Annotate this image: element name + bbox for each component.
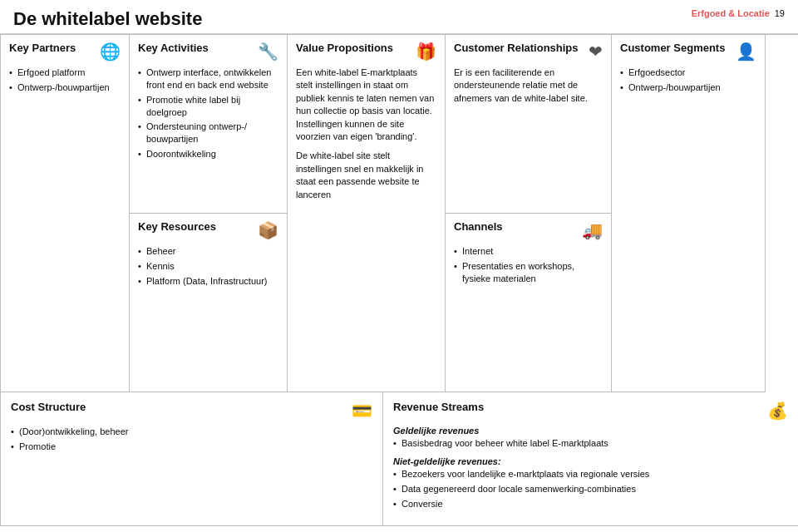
cost-structure-title: Cost Structure <box>11 401 86 413</box>
key-partners-list: Erfgoed platform Ontwerp-/bouwpartijen <box>9 66 121 94</box>
list-item: Conversie <box>393 498 788 510</box>
page-header: De whitelabel website Erfgoed & Locatie … <box>0 0 798 34</box>
header-brand-page: Erfgoed & Locatie 19 <box>692 8 785 18</box>
list-item: Ontwerp-/bouwpartijen <box>620 81 756 94</box>
customer-relationships-icon: ❤ <box>589 42 603 62</box>
list-item: Basisbedrag voor beheer white label E-ma… <box>393 437 788 450</box>
revenue-streams-cell: Revenue Streams 💰 Geldelijke revenues Ba… <box>383 392 798 525</box>
key-resources-cell: Key Resources 📦 Beheer Kennis Platform (… <box>130 214 288 392</box>
customer-segments-title: Customer Segments <box>620 42 725 54</box>
cost-structure-icon: 💳 <box>352 401 372 421</box>
geldelijk-label: Geldelijke revenues <box>393 426 788 436</box>
value-propositions-title: Value Propositions <box>296 42 393 54</box>
list-item: Promotie white label bij doelgroep <box>138 94 278 119</box>
list-item: Bezoekers voor landelijke e-marktplaats … <box>393 468 788 480</box>
key-partners-title: Key Partners <box>9 42 76 54</box>
list-item: Kennis <box>138 260 278 273</box>
list-item: Data gegenereerd door locale samenwerkin… <box>393 483 788 495</box>
list-item: Erfgoed platform <box>9 66 121 79</box>
channels-cell: Channels 🚚 Internet Presentaties en work… <box>446 214 612 392</box>
revenue-streams-title: Revenue Streams <box>393 401 484 413</box>
value-propositions-cell: Value Propositions 🎁 Een white-label E-m… <box>288 35 446 392</box>
value-prop-text1: Een white-label E-marktplaats stelt inst… <box>296 66 436 143</box>
customer-segments-list: Erfgoedsector Ontwerp-/bouwpartijen <box>620 66 756 94</box>
list-item: Doorontwikkeling <box>138 148 278 160</box>
brand-label: Erfgoed & Locatie <box>692 8 770 18</box>
cost-structure-cell: Cost Structure 💳 (Door)ontwikkeling, beh… <box>1 392 383 525</box>
key-resources-icon: 📦 <box>258 220 278 240</box>
key-activities-cell: Key Activities 🔧 Ontwerp interface, ontw… <box>130 35 288 214</box>
value-propositions-icon: 🎁 <box>416 42 436 62</box>
cost-structure-list: (Door)ontwikkeling, beheer Promotie <box>11 426 372 453</box>
geldelijk-list: Basisbedrag voor beheer white label E-ma… <box>393 437 788 450</box>
key-activities-title: Key Activities <box>138 42 209 54</box>
niet-geldelijk-label: Niet-geldelijke revenues: <box>393 456 788 466</box>
key-partners-icon: 🌐 <box>100 42 121 62</box>
list-item: Beheer <box>138 245 278 258</box>
customer-relationships-text: Er is een faciliterende en ondersteunend… <box>454 66 603 105</box>
customer-segments-cell: Customer Segments 👤 Erfgoedsector Ontwer… <box>612 35 766 392</box>
key-activities-list: Ontwerp interface, ontwikkelen front end… <box>138 66 278 160</box>
key-resources-title: Key Resources <box>138 220 216 233</box>
channels-title: Channels <box>454 220 503 233</box>
list-item: Platform (Data, Infrastructuur) <box>138 275 278 288</box>
list-item: Promotie <box>11 441 372 453</box>
list-item: Presentaties en workshops, fysieke mater… <box>454 260 603 285</box>
value-prop-text2: De white-label site stelt instellingen s… <box>296 150 436 201</box>
list-item: Ontwerp interface, ontwikkelen front end… <box>138 66 278 91</box>
page-title: De whitelabel website <box>13 8 202 30</box>
channels-icon: 🚚 <box>582 220 603 240</box>
customer-segments-icon: 👤 <box>736 42 756 62</box>
revenue-streams-icon: 💰 <box>767 401 788 421</box>
list-item: Internet <box>454 245 603 258</box>
customer-relationships-cell: Customer Relationships ❤ Er is een facil… <box>446 35 612 214</box>
list-item: Ondersteuning ontwerp-/ bouwpartijen <box>138 121 278 145</box>
key-partners-cell: Key Partners 🌐 Erfgoed platform Ontwerp-… <box>1 35 130 392</box>
customer-relationships-title: Customer Relationships <box>454 42 579 54</box>
key-resources-list: Beheer Kennis Platform (Data, Infrastruc… <box>138 245 278 288</box>
channels-list: Internet Presentaties en workshops, fysi… <box>454 245 603 285</box>
list-item: (Door)ontwikkeling, beheer <box>11 426 372 438</box>
list-item: Erfgoedsector <box>620 66 756 79</box>
page-number: 19 <box>775 8 785 18</box>
key-activities-icon: 🔧 <box>258 42 278 62</box>
list-item: Ontwerp-/bouwpartijen <box>9 81 121 94</box>
niet-geldelijk-list: Bezoekers voor landelijke e-marktplaats … <box>393 468 788 510</box>
